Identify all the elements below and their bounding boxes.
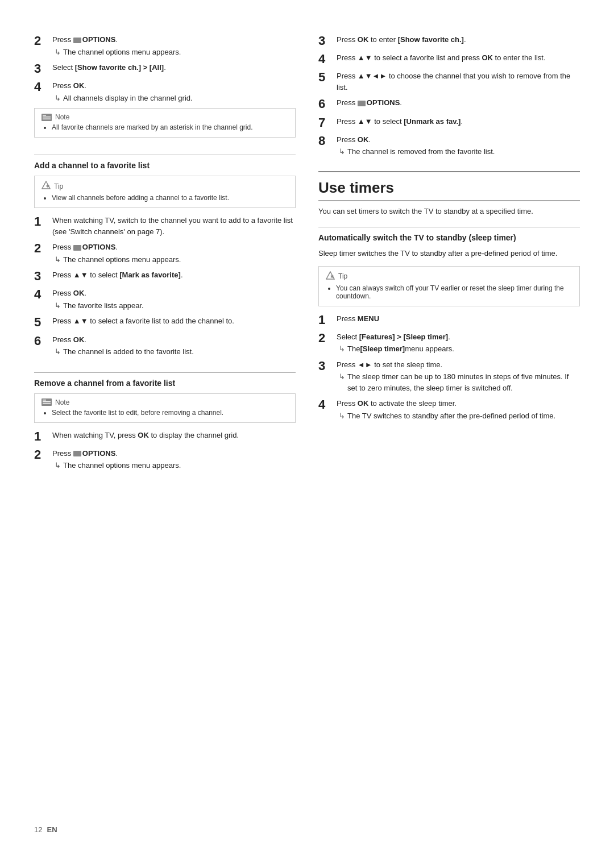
step-bold: OPTIONS (82, 243, 116, 251)
add-channel-section: Add a channel to a favorite list ✱ Tip (34, 161, 296, 362)
step-bold: [Show favorite ch.] > [All] (75, 63, 164, 72)
tip-text-label: Tip (54, 182, 63, 190)
step-bold: OPTIONS (82, 35, 116, 44)
step-number: 1 (34, 430, 52, 443)
step-bold: [Unmark as fav.] (404, 117, 460, 126)
tip-bullets: You can always switch off your TV earlie… (326, 284, 572, 300)
step-text: When watching TV, switch to the channel … (52, 215, 296, 237)
note-box-1: Note All favorite channels are marked by… (34, 108, 296, 138)
sleep-timer-title: Automatically switch the TV to standby (… (318, 233, 580, 242)
add-step-6: 6 Press OK. The channel is added to the … (34, 334, 296, 358)
note-label: Note (42, 113, 288, 121)
step-bold: MENU (358, 314, 379, 323)
step-text: Press OK. The channel is removed from th… (337, 134, 580, 157)
note-text-label: Note (55, 398, 69, 406)
step-sub: The channel options menu appears. (55, 254, 296, 265)
step-bold2: [Show favorite ch.] (398, 35, 464, 44)
note-label: Note (42, 398, 288, 406)
add-step-2: 2 Press OPTIONS. The channel options men… (34, 242, 296, 265)
step-text: Press OK to enter [Show favorite ch.]. (337, 34, 580, 45)
tip-box-sleep: ✱ Tip You can always switch off your TV … (318, 266, 580, 306)
step-sub: The channel is removed from the favorite… (339, 146, 580, 157)
step-text: Select [Show favorite ch.] > [All]. (52, 62, 296, 73)
remove-section-title: Remove a channel from a favorite list (34, 379, 296, 388)
step-2-options: 2 Press OPTIONS. The channel options men… (34, 34, 296, 57)
right-column: 3 Press OK to enter [Show favorite ch.].… (318, 34, 580, 834)
step-bold: OK (358, 399, 369, 408)
step-text: Press OPTIONS. The channel options menu … (52, 242, 296, 265)
step-number: 3 (34, 269, 52, 283)
svg-rect-2 (43, 117, 51, 118)
section-divider-2 (34, 372, 296, 373)
svg-rect-8 (43, 401, 51, 402)
note-icon (42, 398, 52, 406)
sleep-step-4: 4 Press OK to activate the sleep timer. … (318, 398, 580, 421)
remove-channel-section: Remove a channel from a favorite list (34, 379, 296, 476)
remove-step-4: 4 Press ▲▼ to select a favorite list and… (318, 52, 580, 66)
use-timers-section: Use timers You can set timers to switch … (318, 177, 580, 426)
svg-text:✱: ✱ (46, 184, 49, 188)
remove-steps-cont: 3 Press OK to enter [Show favorite ch.].… (318, 34, 580, 162)
add-step-4: 4 Press OK. The favorite lists appear. (34, 288, 296, 311)
step-number: 4 (34, 288, 52, 301)
step-number: 7 (318, 116, 337, 130)
page-footer: 12 EN (34, 825, 296, 834)
note-svg-icon (42, 398, 52, 406)
page: 2 Press OPTIONS. The channel options men… (0, 0, 614, 868)
step-number: 5 (34, 315, 52, 329)
note-bullet-item: Select the favorite list to edit, before… (52, 409, 288, 417)
step-text: Press OPTIONS. (337, 97, 580, 109)
step-bold: OK (138, 431, 149, 439)
tip-bullets: View all channels before adding a channe… (42, 194, 288, 202)
step-number: 6 (318, 97, 337, 111)
step-text: Press OK. All channels display in the ch… (52, 80, 296, 103)
tip-icon: ✱ (42, 181, 51, 192)
sleep-timer-intro: Sleep timer switches the TV to standby a… (318, 248, 580, 259)
remove-step-7: 7 Press ▲▼ to select [Unmark as fav.]. (318, 116, 580, 130)
step-bold: OK (482, 53, 493, 62)
step-sub: The [Sleep timer] menu appears. (339, 343, 580, 355)
step-text: Press ▲▼ to select a favorite list to ad… (52, 315, 296, 327)
tip-label: ✱ Tip (42, 181, 288, 192)
step-text: Press ▲▼ to select a favorite list and p… (337, 52, 580, 64)
step-sub: The channel options menu appears. (55, 460, 296, 471)
step-bold: OK (73, 335, 85, 344)
step-bold: OK (358, 135, 369, 144)
add-step-5: 5 Press ▲▼ to select a favorite list to … (34, 315, 296, 329)
left-column: 2 Press OPTIONS. The channel options men… (34, 34, 296, 834)
step-bold: OPTIONS (367, 98, 400, 107)
step-text: Press MENU (337, 313, 580, 325)
step-sub: The channel is added to the favorite lis… (55, 346, 296, 358)
step-number: 2 (34, 448, 52, 462)
tip-label: ✱ Tip (326, 271, 572, 282)
step-sub: The channel options menu appears. (55, 47, 296, 58)
sleep-step-3: 3 Press ◄► to set the sleep time. The sl… (318, 359, 580, 394)
svg-rect-7 (43, 400, 46, 401)
step-number: 4 (318, 398, 337, 412)
step-sub: The TV switches to standby after the pre… (339, 410, 580, 422)
options-icon (73, 451, 81, 456)
tip-box-add: ✱ Tip View all channels before adding a … (34, 176, 296, 208)
step-text: Press OK. The channel is added to the fa… (52, 334, 296, 358)
step-bold: [Features] > [Sleep timer] (359, 333, 448, 341)
step-number: 1 (318, 313, 337, 327)
step-text: Press OK to activate the sleep timer. Th… (337, 398, 580, 421)
tip-bullet-item: View all channels before adding a channe… (52, 194, 288, 202)
step-text: Press ◄► to set the sleep time. The slee… (337, 359, 580, 394)
tip-icon: ✱ (326, 271, 335, 282)
step-text: Press ▲▼◄► to choose the channel that yo… (337, 70, 580, 93)
remove-step-1: 1 When watching TV, press OK to display … (34, 430, 296, 443)
step-bold: OK (73, 289, 85, 297)
note-box-remove: Note Select the favorite list to edit, b… (34, 393, 296, 423)
step-bold: [Mark as favorite] (119, 271, 181, 279)
section-divider-use-timers (318, 171, 580, 172)
step-number: 4 (318, 52, 337, 66)
step-text: Press OPTIONS. The channel options menu … (52, 34, 296, 57)
step-bold: OK (73, 81, 85, 90)
tip-svg-icon: ✱ (326, 271, 335, 280)
step-bold: OPTIONS (82, 449, 116, 458)
section-divider-sleep-timer (318, 227, 580, 227)
step-number: 3 (318, 34, 337, 48)
two-column-layout: 2 Press OPTIONS. The channel options men… (34, 34, 580, 834)
step-number: 2 (318, 331, 337, 345)
